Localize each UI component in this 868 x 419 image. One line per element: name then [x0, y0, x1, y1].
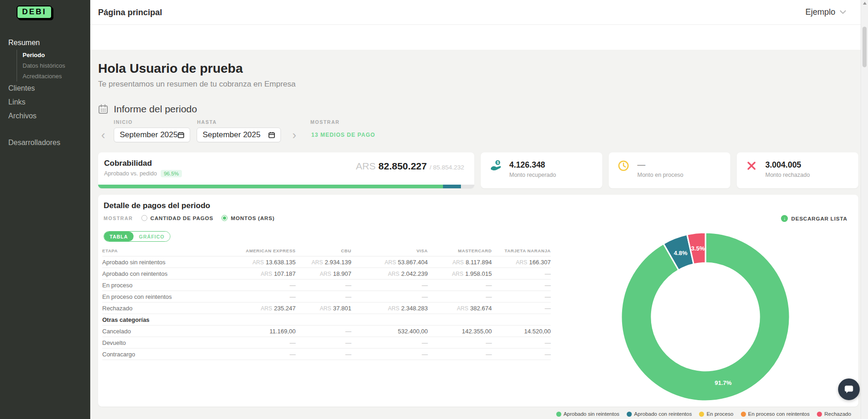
recovered-amount-card: $ 4.126.348 Monto recuperado	[481, 152, 602, 188]
scrollbar[interactable]	[861, 0, 868, 419]
in-process-amount-value: —	[637, 160, 683, 169]
legend-item[interactable]: Aprobado con reintentos	[627, 411, 692, 417]
scroll-up-arrow[interactable]	[863, 2, 867, 5]
currency-label: ARS	[356, 161, 376, 172]
hasta-month-input[interactable]: September 2025	[197, 128, 281, 142]
cobrabilidad-card: Cobrabilidad Aprobado vs. pedido 96.5% A…	[98, 152, 474, 188]
table-row: Devuelto—————	[102, 337, 551, 349]
period-inputs-row: ‹ September 2025 September 2025	[98, 128, 861, 142]
sidebar-nav: Resumen Periodo Datos históricos Acredit…	[0, 36, 90, 150]
progress-segment	[98, 185, 443, 188]
period-report-header: Informe del periodo	[98, 104, 861, 115]
table-row: RechazadoARS235.247ARS37.801ARS2.348.283…	[102, 303, 551, 314]
sidebar-item-archivos[interactable]: Archivos	[0, 109, 90, 123]
account-name: Ejemplo	[805, 7, 835, 17]
rejected-amount-body: 3.004.005 Monto rechazado	[765, 160, 810, 178]
hand-coin-icon: $	[490, 160, 503, 172]
legend-dot-icon	[556, 412, 561, 417]
period-labels-row: INICIO HASTA MOSTRAR	[98, 119, 861, 125]
previous-period-button[interactable]: ‹	[98, 128, 108, 142]
scrollbar-thumb[interactable]	[862, 27, 867, 67]
legend-dot-icon	[817, 412, 822, 417]
radio-cantidad-label: CANTIDAD DE PAGOS	[151, 215, 214, 221]
donut-slice-label: 4.8%	[674, 250, 687, 256]
detail-table-body: Aprobado sin reintentosARS13.638.135ARS2…	[102, 256, 551, 360]
account-menu[interactable]: Ejemplo	[805, 7, 846, 17]
radio-montos-label: MONTOS (ARS)	[231, 215, 274, 221]
legend-dot-icon	[627, 412, 632, 417]
cobrabilidad-progress-bar	[98, 185, 474, 188]
requested-amount: / 85.854.232	[430, 164, 464, 171]
in-process-amount-label: Monto en proceso	[637, 172, 683, 178]
legend-label: Rechazado	[824, 411, 851, 417]
main-area: Hola Usuario de prueba Te presentamos un…	[90, 25, 861, 419]
sidebar-item-acreditaciones[interactable]: Acreditaciones	[17, 71, 90, 81]
donut-slice-label: 3.5%	[691, 245, 705, 252]
table-row: Contracargo—————	[102, 349, 551, 360]
radio-cantidad-de-pagos[interactable]: CANTIDAD DE PAGOS	[141, 215, 214, 221]
recovered-amount-body: 4.126.348 Monto recuperado	[509, 160, 556, 178]
debi-logo[interactable]: DEBI	[17, 6, 52, 19]
legend-label: Aprobado sin reintentos	[564, 411, 619, 417]
sidebar-item-periodo[interactable]: Periodo	[17, 50, 90, 60]
hero-title: Hola Usuario de prueba	[98, 61, 861, 76]
radio-montos-ars[interactable]: MONTOS (ARS)	[221, 215, 274, 221]
donut-chart: 91.7%4.8%3.5%	[618, 229, 793, 404]
sidebar-item-resumen[interactable]: Resumen	[0, 36, 90, 50]
radio-icon	[141, 215, 147, 221]
download-list-button[interactable]: ↓ DESCARGAR LISTA	[781, 215, 847, 222]
app-window: DEBI Resumen Periodo Datos históricos Ac…	[0, 0, 868, 419]
hero-subtitle: Te presentamos un resumen de tu cobranza…	[98, 80, 861, 89]
top-header: Página principal Ejemplo	[90, 0, 868, 25]
svg-text:$: $	[497, 160, 499, 165]
table-header-row: ETAPAAMERICAN EXPRESSCBUVISAMASTERCARDTA…	[102, 246, 551, 256]
recovered-amount-label: Monto recuperado	[509, 172, 556, 178]
cobrabilidad-title: Cobrabilidad	[104, 159, 152, 168]
rejected-amount-label: Monto rechazado	[765, 172, 810, 178]
legend-item[interactable]: En proceso	[699, 411, 733, 417]
download-icon: ↓	[781, 215, 788, 222]
inicio-month-value: September 2025	[120, 130, 178, 140]
column-header: CBU	[296, 246, 351, 256]
payments-table: ETAPAAMERICAN EXPRESSCBUVISAMASTERCARDTA…	[102, 246, 551, 360]
sidebar-item-desarrolladores[interactable]: Desarrolladores	[0, 136, 90, 150]
hasta-label: HASTA	[197, 119, 298, 125]
legend-item[interactable]: En proceso con reintentos	[741, 411, 810, 417]
calendar-icon	[98, 104, 108, 114]
table-row: Aprobado sin reintentosARS13.638.135ARS2…	[102, 256, 551, 268]
sidebar: DEBI Resumen Periodo Datos históricos Ac…	[0, 0, 90, 419]
tab-grafico[interactable]: GRÁFICO	[134, 232, 170, 241]
sidebar-item-clientes[interactable]: Clientes	[0, 81, 90, 95]
table-row: En proceso—————	[102, 279, 551, 291]
detail-controls: MOSTRAR CANTIDAD DE PAGOS MONTOS (ARS)	[104, 215, 274, 221]
cobrabilidad-subtitle-row: Aprobado vs. pedido 96.5%	[104, 170, 182, 177]
legend-item[interactable]: Aprobado sin reintentos	[556, 411, 619, 417]
sidebar-item-datos-historicos[interactable]: Datos históricos	[17, 60, 90, 71]
next-period-button[interactable]: ›	[289, 128, 299, 142]
chat-bubble-icon	[844, 385, 854, 394]
in-process-amount-body: — Monto en proceso	[637, 160, 683, 178]
inicio-label: INICIO	[114, 119, 197, 125]
inicio-month-input[interactable]: September 2025	[114, 128, 190, 142]
chat-button[interactable]	[838, 378, 860, 400]
table-row: Aprobado con reintentosARS107.187ARS18.9…	[102, 268, 551, 279]
calendar-icon	[268, 132, 275, 138]
table-row: Cancelado11.169,00—532.400,00142.355,001…	[102, 326, 551, 337]
chart-legend: Aprobado sin reintentosAprobado con rein…	[565, 411, 842, 417]
legend-dot-icon	[699, 412, 704, 417]
detail-mostrar-label: MOSTRAR	[104, 215, 133, 221]
tab-tabla[interactable]: TABLA	[104, 232, 134, 241]
legend-label: En proceso	[706, 411, 733, 417]
payment-methods-link[interactable]: 13 MEDIOS DE PAGO	[311, 132, 375, 138]
mostrar-label: MOSTRAR	[310, 119, 340, 125]
page-title: Página principal	[98, 8, 162, 17]
legend-item[interactable]: Rechazado	[817, 411, 851, 417]
in-process-amount-card: — Monto en proceso	[609, 152, 730, 188]
sidebar-subgroup-resumen: Periodo Datos históricos Acreditaciones	[17, 50, 90, 81]
legend-label: En proceso con reintentos	[748, 411, 810, 417]
donut-slice-label: 91.7%	[715, 379, 732, 386]
clock-icon	[618, 160, 631, 172]
sidebar-item-links[interactable]: Links	[0, 95, 90, 109]
column-header: TARJETA NARANJA	[492, 246, 551, 256]
cobrabilidad-amounts: ARS 82.850.227 / 85.854.232	[356, 161, 464, 172]
